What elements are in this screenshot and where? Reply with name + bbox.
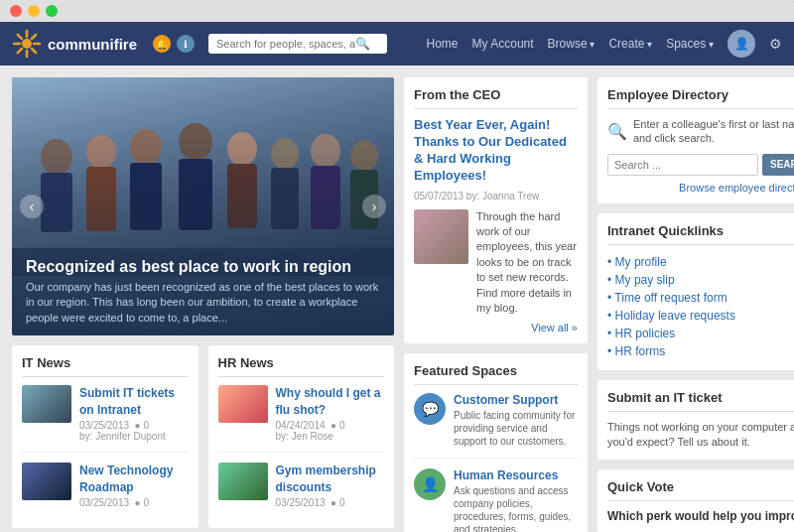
quicklink-link-4[interactable]: Holiday leave requests (615, 309, 735, 323)
hero-next-button[interactable]: › (362, 195, 386, 218)
main-content: ‹ › Recognized as best place to work in … (0, 66, 794, 532)
maximize-button[interactable] (46, 5, 58, 17)
emp-search-button[interactable]: SEARCH (762, 154, 794, 176)
hr-news-content-1: Why should I get a flu shot? 04/24/2014 … (276, 385, 385, 442)
it-news-author-1: by: Jennifer Dupont (79, 431, 189, 442)
hr-news-item-2: Gym membership discounts 03/25/2013 ● 0 (218, 463, 385, 518)
svg-line-6 (32, 49, 36, 53)
quicklink-link-3[interactable]: Time off request form (614, 291, 727, 305)
view-all-anchor[interactable]: View all » (531, 322, 578, 333)
hr-news-link-1[interactable]: Why should I get a flu shot? (276, 386, 381, 417)
svg-point-0 (22, 39, 32, 49)
ceo-section-title: From the CEO (414, 87, 578, 109)
hr-news-link-2[interactable]: Gym membership discounts (276, 464, 376, 494)
featured-space-desc-2: Ask questions and access company policie… (454, 484, 578, 532)
quicklink-link-1[interactable]: My profile (615, 255, 667, 269)
view-all-link[interactable]: View all » (414, 322, 578, 333)
emp-search-row: SEARCH (607, 154, 794, 176)
logo: communifire (12, 29, 137, 59)
nav-browse[interactable]: Browse (548, 37, 596, 51)
employee-directory-title: Employee Directory (607, 87, 794, 109)
ceo-post-title[interactable]: Best Year Ever, Again! Thanks to Our Ded… (414, 117, 578, 185)
gear-icon[interactable]: ⚙ (769, 36, 782, 52)
svg-line-5 (18, 35, 22, 39)
featured-space-item-2: 👤 Human Resources Ask questions and acce… (414, 468, 578, 532)
it-ticket-card: Submit an IT ticket Things not working o… (597, 380, 794, 461)
close-button[interactable] (10, 5, 22, 17)
top-nav: Home My Account Browse Create Spaces 👤 ⚙ (427, 30, 782, 58)
nav-create[interactable]: Create (608, 37, 652, 51)
svg-rect-27 (12, 77, 394, 276)
global-search[interactable]: 🔍 (208, 34, 387, 54)
notification-badge[interactable]: 🔔 (153, 35, 171, 53)
search-large-icon: 🔍 (607, 122, 627, 141)
quicklink-item-1: My profile (607, 253, 794, 271)
it-news-thumb-2 (22, 463, 71, 500)
app-name: communifire (48, 36, 137, 53)
quicklink-link-5[interactable]: HR policies (615, 327, 676, 340)
it-news-link-2[interactable]: New Technology Roadmap (79, 464, 173, 494)
hr-news-thumb-1 (218, 385, 268, 423)
quicklink-item-2: My pay slip (607, 271, 794, 289)
right-column: Employee Directory 🔍 Enter a colleague's… (597, 77, 794, 532)
hr-news-item-1: Why should I get a flu shot? 04/24/2014 … (218, 385, 385, 453)
browse-directory-anchor[interactable]: Browse employee directory > (679, 182, 794, 194)
hr-news-content-2: Gym membership discounts 03/25/2013 ● 0 (276, 463, 385, 508)
ceo-text: Through the hard work of our employees, … (476, 209, 578, 317)
quicklinks-title: Intranet Quicklinks (607, 223, 794, 245)
window-chrome (0, 0, 794, 22)
topbar-notification-icons: 🔔 ℹ (153, 35, 195, 53)
hero-prev-button[interactable]: ‹ (20, 195, 44, 218)
search-icon: 🔍 (355, 37, 370, 51)
it-news-item: Submit IT tickets on Intranet 03/25/2013… (22, 385, 189, 453)
featured-space-name-2[interactable]: Human Resources (454, 468, 578, 482)
svg-line-8 (18, 49, 22, 53)
nav-spaces[interactable]: Spaces (666, 37, 714, 51)
it-news-meta-1: 03/25/2013 ● 0 (79, 420, 189, 431)
hero-title: Recognized as best place to work in regi… (26, 258, 380, 276)
featured-space-info-1: Customer Support Public facing community… (454, 393, 578, 448)
it-news-section: IT News Submit IT tickets on Intranet 03… (12, 345, 198, 528)
ceo-card: From the CEO Best Year Ever, Again! Than… (404, 77, 588, 343)
browse-directory-link[interactable]: Browse employee directory > (607, 182, 794, 194)
hr-news-meta-1: 04/24/2014 ● 0 (276, 420, 385, 431)
emp-search-area: 🔍 Enter a colleague's first or last name… (607, 117, 794, 146)
featured-space-info-2: Human Resources Ask questions and access… (454, 468, 578, 532)
hero-description: Our company has just been recognized as … (26, 280, 380, 326)
emp-description: Enter a colleague's first or last name a… (633, 117, 794, 146)
featured-icon-support[interactable]: 💬 (414, 393, 446, 425)
quick-vote-question: Which perk would help you improve (607, 509, 794, 523)
quicklink-link-2[interactable]: My pay slip (615, 273, 675, 287)
it-news-item-2: New Technology Roadmap 03/25/2013 ● 0 (22, 463, 189, 518)
ceo-photo (414, 209, 468, 264)
hero-caption: Recognized as best place to work in regi… (12, 248, 394, 335)
featured-spaces-card: Featured Spaces 💬 Customer Support Publi… (404, 353, 588, 532)
it-news-title: IT News (22, 355, 189, 377)
quicklink-item-3: Time off request form (607, 289, 794, 307)
hr-news-title: HR News (218, 355, 385, 377)
nav-home[interactable]: Home (427, 37, 459, 51)
quicklink-link-6[interactable]: HR forms (615, 344, 666, 358)
emp-search-input[interactable] (607, 154, 758, 176)
hr-news-author-1: by: Jen Rose (276, 431, 385, 442)
quick-vote-title: Quick Vote (607, 479, 794, 501)
people-illustration (12, 77, 394, 276)
avatar[interactable]: 👤 (728, 30, 755, 58)
search-input[interactable] (216, 38, 355, 50)
hr-news-meta-2: 03/25/2013 ● 0 (276, 497, 385, 508)
quicklink-item-4: Holiday leave requests (607, 307, 794, 325)
quicklink-item-6: HR forms (607, 342, 794, 360)
quicklink-item-5: HR policies (607, 325, 794, 342)
quicklinks-card: Intranet Quicklinks My profile My pay sl… (597, 213, 794, 370)
quicklinks-list: My profile My pay slip Time off request … (607, 253, 794, 360)
featured-icon-hr[interactable]: 👤 (414, 468, 446, 500)
featured-space-name-1[interactable]: Customer Support (454, 393, 578, 407)
info-badge[interactable]: ℹ (177, 35, 195, 53)
minimize-button[interactable] (28, 5, 40, 17)
it-news-link-1[interactable]: Submit IT tickets on Intranet (79, 386, 175, 417)
it-news-thumb-1 (22, 385, 71, 423)
nav-my-account[interactable]: My Account (472, 37, 534, 51)
it-news-meta-2: 03/25/2013 ● 0 (79, 497, 189, 508)
featured-spaces-title: Featured Spaces (414, 363, 578, 385)
employee-directory-card: Employee Directory 🔍 Enter a colleague's… (597, 77, 794, 203)
